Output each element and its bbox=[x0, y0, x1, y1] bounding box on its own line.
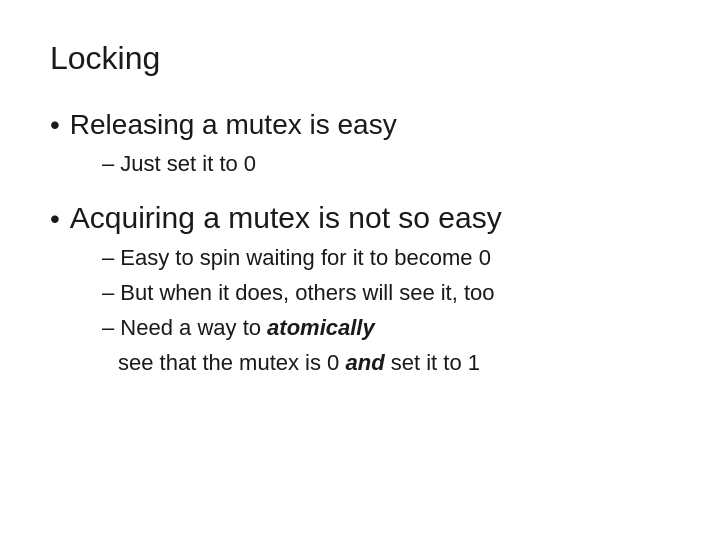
bullet-text-2: Acquiring a mutex is not so easy bbox=[70, 198, 502, 237]
atomically-text: atomically bbox=[267, 315, 375, 340]
slide-title: Locking bbox=[50, 40, 670, 77]
bullet-main-2: • Acquiring a mutex is not so easy bbox=[50, 198, 670, 237]
bullet-dot-2: • bbox=[50, 205, 60, 233]
bullet-main-1: • Releasing a mutex is easy bbox=[50, 107, 670, 143]
bullet-item-1: • Releasing a mutex is easy – Just set i… bbox=[50, 107, 670, 180]
bullet-item-2: • Acquiring a mutex is not so easy – Eas… bbox=[50, 198, 670, 378]
sub-bullet-1-1: – Just set it to 0 bbox=[102, 149, 670, 180]
sub-bullet-2-4: see that the mutex is 0 and set it to 1 bbox=[102, 348, 670, 379]
slide: Locking • Releasing a mutex is easy – Ju… bbox=[0, 0, 720, 540]
sub-bullets-2: – Easy to spin waiting for it to become … bbox=[50, 243, 670, 378]
content-area: • Releasing a mutex is easy – Just set i… bbox=[50, 107, 670, 378]
sub-bullet-2-2: – But when it does, others will see it, … bbox=[102, 278, 670, 309]
sub-bullet-2-1: – Easy to spin waiting for it to become … bbox=[102, 243, 670, 274]
bullet-text-1: Releasing a mutex is easy bbox=[70, 107, 397, 143]
and-text: and bbox=[345, 350, 384, 375]
bullet-dot-1: • bbox=[50, 111, 60, 139]
sub-bullets-1: – Just set it to 0 bbox=[50, 149, 670, 180]
sub-bullet-2-3: – Need a way to atomically bbox=[102, 313, 670, 344]
